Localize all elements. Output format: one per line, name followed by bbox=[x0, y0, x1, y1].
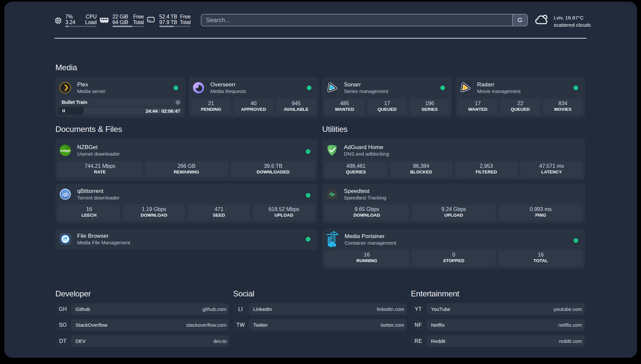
svg-text:nzbget: nzbget bbox=[60, 149, 71, 152]
svg-text:qb: qb bbox=[62, 191, 69, 197]
